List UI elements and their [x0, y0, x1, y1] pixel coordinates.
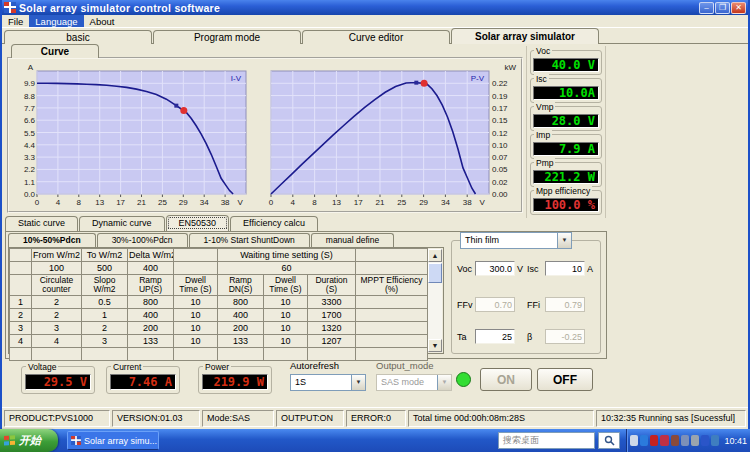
tab-static-curve[interactable]: Static curve [5, 216, 78, 231]
security-shield-icon[interactable] [711, 435, 719, 446]
chevron-down-icon[interactable]: ▼ [557, 233, 571, 248]
table-cell[interactable]: 1 [82, 309, 128, 322]
table-cell[interactable] [10, 262, 32, 275]
scrollbar-thumb[interactable] [428, 263, 442, 283]
table-cell[interactable] [174, 348, 218, 361]
menu-item-language[interactable]: Language [29, 15, 83, 27]
module-type-select[interactable]: Thin film ▼ [460, 232, 572, 249]
table-cell[interactable]: 133 [218, 335, 264, 348]
pc-status-icon[interactable] [671, 435, 679, 446]
table-cell[interactable]: 10 [264, 309, 308, 322]
table-cell[interactable]: 10 [264, 322, 308, 335]
tab-basic[interactable]: basic [4, 30, 152, 44]
table-cell[interactable] [82, 348, 128, 361]
table-cell[interactable] [356, 262, 428, 275]
table-cell[interactable]: 10 [174, 335, 218, 348]
network-monitor-icon[interactable] [681, 435, 689, 446]
voc-display: Voc40.0 V [530, 50, 602, 75]
table-cell[interactable]: 400 [218, 309, 264, 322]
search-button[interactable] [598, 432, 620, 449]
table-cell[interactable]: 60 [218, 262, 356, 275]
ta-input[interactable] [475, 329, 515, 344]
table-cell[interactable]: 2 [32, 296, 82, 309]
table-cell[interactable] [10, 348, 32, 361]
tab-solar-array-simulator[interactable]: Solar array simulator [451, 28, 599, 44]
table-cell[interactable]: 500 [82, 262, 128, 275]
close-button[interactable]: ✕ [731, 2, 746, 14]
tab-efficiency-calcu[interactable]: Efficiency calcu [230, 216, 318, 231]
table-cell[interactable]: 10 [174, 309, 218, 322]
table-cell[interactable]: 0.5 [82, 296, 128, 309]
table-cell[interactable] [356, 322, 428, 335]
taskbar-task[interactable]: Solar array simu... [67, 431, 159, 450]
vpn-shield-icon[interactable] [701, 435, 709, 446]
table-cell[interactable] [174, 262, 218, 275]
chevron-down-icon[interactable]: ▼ [351, 375, 365, 390]
desktop-search-input[interactable]: 搜索桌面 [498, 432, 595, 449]
table-cell[interactable]: 200 [128, 322, 174, 335]
isc-input[interactable] [545, 261, 585, 276]
table-cell[interactable]: 3300 [308, 296, 356, 309]
minimize-button[interactable]: – [699, 2, 714, 14]
table-cell[interactable] [308, 348, 356, 361]
table-cell[interactable]: 100 [32, 262, 82, 275]
status-panel: OUTPUT:ON [276, 410, 344, 427]
table-cell[interactable]: 400 [128, 262, 174, 275]
table-cell[interactable]: 4 [32, 335, 82, 348]
tab-curve-editor[interactable]: Curve editor [302, 30, 450, 44]
table-cell[interactable] [264, 348, 308, 361]
table-cell[interactable] [218, 348, 264, 361]
table-cell[interactable]: 10 [174, 296, 218, 309]
table-cell[interactable] [356, 309, 428, 322]
volume-icon[interactable] [691, 435, 699, 446]
table-scrollbar[interactable]: ▲ ▼ [428, 249, 442, 352]
table-cell[interactable] [356, 296, 428, 309]
tab-10-50-pdcn[interactable]: 10%-50%Pdcn [8, 233, 96, 247]
table-cell[interactable]: 1320 [308, 322, 356, 335]
bluetooth-icon[interactable] [640, 435, 648, 446]
table-cell[interactable]: 133 [128, 335, 174, 348]
off-button[interactable]: OFF [537, 368, 593, 391]
table-cell[interactable]: 10 [264, 296, 308, 309]
table-cell[interactable]: 200 [218, 322, 264, 335]
tab-30-100-pdcn[interactable]: 30%-100%Pdcn [97, 233, 188, 247]
table-cell[interactable] [32, 348, 82, 361]
antivirus-shield-icon[interactable] [660, 435, 668, 446]
svg-text:17: 17 [354, 198, 363, 207]
table-cell[interactable]: 10 [264, 335, 308, 348]
table-cell[interactable]: 1 [10, 296, 32, 309]
table-cell[interactable]: 3 [10, 322, 32, 335]
table-cell[interactable]: 400 [128, 309, 174, 322]
voc-input[interactable] [475, 261, 515, 276]
scroll-up-icon[interactable]: ▲ [428, 249, 442, 262]
autorefresh-select[interactable]: 1S ▼ [290, 374, 366, 391]
table-cell[interactable]: 10 [174, 322, 218, 335]
table-cell[interactable]: 2 [82, 322, 128, 335]
tab-en50530[interactable]: EN50530 [166, 215, 230, 231]
table-cell[interactable]: 800 [128, 296, 174, 309]
table-cell[interactable]: 3 [32, 322, 82, 335]
ati-icon[interactable] [650, 435, 658, 446]
display-label: Voltage [26, 362, 58, 372]
table-cell[interactable] [356, 335, 428, 348]
tab-1-10-start-shuntdown[interactable]: 1-10% Start ShuntDown [189, 233, 310, 247]
tab-curve[interactable]: Curve [11, 44, 99, 58]
input-method-icon[interactable] [630, 435, 638, 446]
table-cell[interactable] [356, 348, 428, 361]
table-cell[interactable]: 2 [10, 309, 32, 322]
table-cell[interactable]: 3 [82, 335, 128, 348]
start-button[interactable]: 开始 [0, 429, 58, 452]
maximize-button[interactable]: ❐ [715, 2, 730, 14]
scroll-down-icon[interactable]: ▼ [428, 339, 442, 352]
table-cell[interactable]: 4 [10, 335, 32, 348]
menu-item-about[interactable]: About [84, 15, 121, 27]
tab-program-mode[interactable]: Program mode [153, 30, 301, 44]
table-cell[interactable]: 2 [32, 309, 82, 322]
table-cell[interactable]: 800 [218, 296, 264, 309]
tab-manual-define[interactable]: manual define [311, 233, 394, 247]
table-cell[interactable]: 1207 [308, 335, 356, 348]
table-cell[interactable]: 1700 [308, 309, 356, 322]
menu-item-file[interactable]: File [2, 15, 29, 27]
table-cell[interactable] [128, 348, 174, 361]
tab-dynamic-curve[interactable]: Dynamic curve [79, 216, 165, 231]
